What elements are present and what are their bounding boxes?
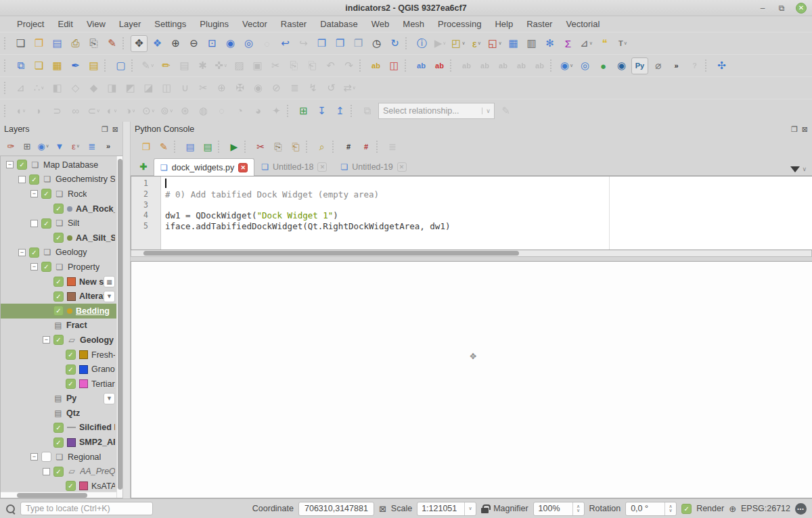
show-layout-manager-button[interactable]: ⎘ [85, 35, 102, 52]
scale-combo[interactable]: 1:121051 ∨ [417, 502, 476, 516]
filter-legend-button[interactable]: ▼ [52, 139, 67, 154]
open-layer-styling-button[interactable]: ✑ [3, 139, 18, 154]
new-print-layout-button[interactable]: ⎙ [67, 35, 84, 52]
text-annotation-button[interactable]: T∨ [614, 35, 631, 52]
processing-toolbox-button[interactable]: ✻ [541, 35, 558, 52]
messages-icon[interactable]: ••• [795, 503, 807, 515]
panel-splitter[interactable] [122, 122, 131, 498]
render-checkbox[interactable]: ✓ [681, 504, 692, 514]
open-attribute-table-button[interactable]: ▦ [505, 35, 522, 52]
layer-diagram-button[interactable]: ◫ [386, 57, 403, 74]
chevron-down-icon[interactable]: ∨ [41, 85, 44, 91]
zoom-to-layer-button[interactable]: ◎ [240, 35, 257, 52]
extents-toggle-icon[interactable]: ⊠ [379, 504, 386, 514]
layer-row-bedding[interactable]: ✓Bedding [1, 304, 116, 319]
layer-checkbox[interactable]: ✓ [66, 481, 76, 491]
close-tab-icon[interactable]: ✕ [238, 163, 248, 172]
chevron-down-icon[interactable]: ∨ [224, 63, 227, 68]
tree-expander-icon[interactable]: − [6, 161, 14, 168]
tree-expander-icon[interactable] [18, 176, 26, 183]
style-manager-button[interactable]: ✎ [104, 35, 120, 52]
layer-row-alterati[interactable]: ✓Alterati▼ [1, 289, 116, 304]
layer-checkbox[interactable]: ✓ [17, 160, 27, 170]
layer-row-regional[interactable]: −❏Regional [1, 450, 116, 465]
map-tips-button[interactable]: ❝ [596, 35, 613, 52]
menu-raster[interactable]: Raster [520, 18, 558, 30]
chevron-down-icon[interactable]: ∨ [22, 108, 26, 114]
plugin-zero-button[interactable]: ⌀ [650, 57, 667, 74]
chevron-down-icon[interactable]: ∨ [478, 41, 481, 46]
layers-horizontal-scrollbar[interactable] [1, 492, 116, 498]
new-project-button[interactable]: ❏ [12, 35, 29, 52]
float-panel-icon[interactable]: ❐ [102, 125, 108, 134]
open-in-external-editor-button[interactable]: ✎ [156, 139, 172, 155]
lock-scale-icon[interactable] [481, 508, 489, 513]
new-editor-tab-button[interactable]: ✚ [136, 159, 151, 174]
menu-vector[interactable]: Vector [236, 18, 273, 30]
select-relationship-combo[interactable]: Select relationship...∨ [378, 103, 495, 119]
editor-tab-untitled-18[interactable]: ❏Untitled-18✕ [254, 158, 334, 175]
layer-checkbox[interactable]: ✓ [53, 277, 64, 287]
paste-button[interactable]: ⎗ [288, 139, 304, 155]
save-project-button[interactable]: ▤ [49, 35, 66, 52]
editor-tab-dock-widgets-py[interactable]: ❏dock_widgets.py✕ [154, 158, 254, 176]
add-vector-layer-button[interactable]: ❏ [30, 57, 47, 74]
topology-checker-button[interactable]: ✣ [713, 57, 730, 74]
layer-row-granodio[interactable]: ✓Granodio [1, 362, 116, 377]
cut-button[interactable]: ✂ [252, 139, 269, 155]
chevron-down-icon[interactable]: ∨ [589, 41, 593, 46]
zoom-to-selection-button[interactable]: ◉ [222, 35, 239, 52]
layer-checkbox[interactable]: ✓ [53, 306, 64, 316]
identify-features-button[interactable]: ⓘ [413, 35, 430, 52]
chevron-down-icon[interactable]: ∨ [443, 41, 446, 46]
chevron-down-icon[interactable]: ∨ [353, 85, 356, 91]
layer-row-map-database[interactable]: −✓❏Map Database [1, 158, 116, 172]
map-canvas[interactable]: ✥ [131, 261, 812, 498]
open-form-annotation-button[interactable]: ⊞ [295, 102, 312, 119]
layer-checkbox[interactable]: ✓ [53, 291, 64, 302]
tree-expander-icon[interactable] [43, 468, 50, 475]
menu-web[interactable]: Web [365, 18, 396, 30]
layer-row-fract[interactable]: ▤Fract [1, 319, 116, 333]
menu-vectorial[interactable]: Vectorial [560, 18, 606, 30]
chevron-down-icon[interactable]: ∨ [482, 108, 494, 114]
float-panel-icon[interactable]: ❐ [791, 125, 798, 134]
layer-row-silt[interactable]: ✓❏Silt [1, 216, 116, 231]
coordinate-value[interactable]: 706310,3147881 [298, 502, 374, 516]
chevron-down-icon[interactable]: ∨ [499, 41, 502, 46]
chevron-down-icon[interactable]: ∨ [114, 108, 117, 114]
tree-expander-icon[interactable]: − [30, 453, 38, 461]
code-editor[interactable]: 12345 # 0) Add tabified Dock Widget (emp… [131, 176, 812, 250]
menu-settings[interactable]: Settings [148, 18, 192, 30]
layer-row-aa-silt-san[interactable]: ✓AA_Silt_San [1, 231, 116, 245]
chevron-down-icon[interactable]: ∨ [464, 502, 476, 515]
expand-collapse-all-button[interactable]: ≣ [85, 139, 99, 154]
layer-checkbox[interactable]: ✓ [41, 189, 51, 199]
filter-indicator-icon[interactable]: ▼ [104, 393, 115, 404]
statistical-summary-button[interactable]: Σ [560, 35, 577, 52]
panel-overflow-button[interactable]: » [101, 139, 116, 154]
copy-button[interactable]: ⎘ [270, 139, 286, 155]
deselect-features-button[interactable]: ◱∨ [487, 35, 503, 52]
add-raster-layer-button[interactable]: ▦ [49, 57, 66, 74]
find-text-button[interactable]: ⌕ [314, 139, 330, 155]
zoom-out-button[interactable]: ⊖ [185, 35, 202, 52]
layer-row-new-scr[interactable]: ✓New scr▦ [1, 275, 116, 289]
save-script-button[interactable]: ▤ [182, 139, 198, 155]
pin-labels-button[interactable]: ab [413, 57, 430, 74]
menu-edit[interactable]: Edit [51, 18, 78, 30]
toolbar-overflow-button[interactable]: » [668, 57, 685, 74]
data-source-manager-button[interactable]: ⧉ [12, 57, 29, 74]
layer-checkbox[interactable]: ✓ [29, 248, 39, 258]
zoom-full-button[interactable]: ⊡ [204, 35, 221, 52]
layer-checkbox[interactable] [41, 452, 51, 462]
layer-row-property[interactable]: −✓❏Property [1, 260, 116, 275]
tree-expander-icon[interactable]: − [18, 249, 26, 256]
spinner-arrows-icon[interactable]: ∧∨ [572, 502, 584, 515]
add-group-button[interactable]: ⊞ [20, 139, 35, 154]
menu-database[interactable]: Database [314, 18, 364, 30]
menu-processing[interactable]: Processing [432, 18, 487, 30]
qgis-hub-button[interactable]: ● [595, 57, 612, 74]
metasearch-add-service-button[interactable]: ◉∨ [558, 57, 575, 74]
chevron-down-icon[interactable]: ∨ [462, 41, 466, 46]
